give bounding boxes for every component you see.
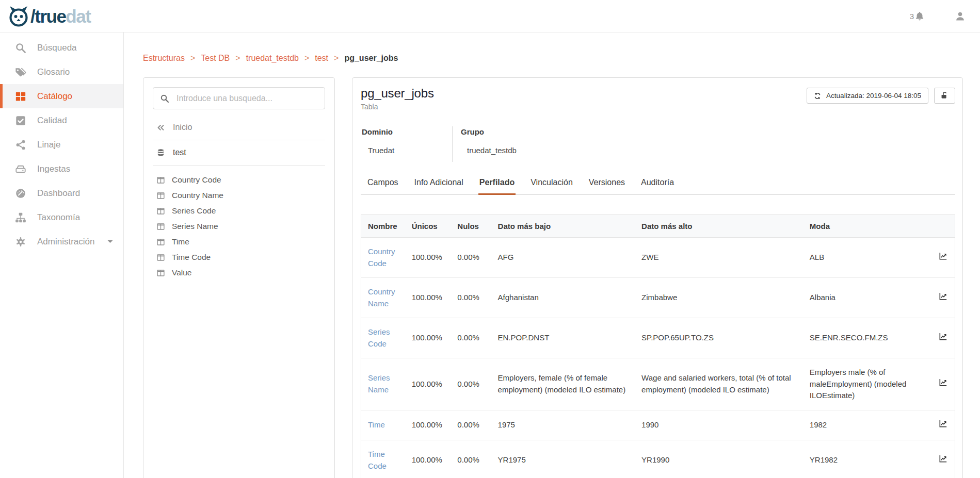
cell-chart bbox=[931, 440, 955, 478]
sidebar-item-taxonomia[interactable]: Taxonomía bbox=[0, 205, 123, 229]
sidebar-item-label: Búsqueda bbox=[37, 43, 77, 53]
structure-type-label: Tabla bbox=[361, 103, 434, 111]
chart-line-icon[interactable] bbox=[938, 291, 948, 301]
sidebar-item-calidad[interactable]: Calidad bbox=[0, 108, 123, 133]
sidebar-item-glosario[interactable]: Glosario bbox=[0, 60, 123, 84]
tab-auditoria[interactable]: Auditoría bbox=[640, 174, 675, 194]
field-link-series-code[interactable]: Series Code bbox=[368, 327, 390, 348]
sidebar-item-label: Glosario bbox=[37, 67, 70, 77]
breadcrumb-link-test-db[interactable]: Test DB bbox=[201, 54, 230, 62]
tree-home-label: Inicio bbox=[173, 123, 192, 132]
cell-uniques: 100.00% bbox=[405, 318, 451, 358]
tab-vinculacion[interactable]: Vinculación bbox=[529, 174, 574, 194]
tree-field-country-code[interactable]: Country Code bbox=[153, 172, 325, 188]
chart-line-icon[interactable] bbox=[938, 377, 948, 387]
cell-nulls: 0.00% bbox=[451, 238, 491, 278]
tree-field-time[interactable]: Time bbox=[153, 234, 325, 250]
drive-icon bbox=[15, 163, 26, 175]
tab-info-adicional[interactable]: Info Adicional bbox=[413, 174, 464, 194]
field-link-series-name[interactable]: Series Name bbox=[368, 373, 390, 394]
cell-highest: ZWE bbox=[635, 238, 803, 278]
field-link-time[interactable]: Time bbox=[368, 420, 385, 429]
cell-name: Time bbox=[361, 410, 405, 440]
cell-highest: 1990 bbox=[635, 410, 803, 440]
breadcrumb-link-estructuras[interactable]: Estructuras bbox=[143, 54, 185, 62]
chart-line-icon[interactable] bbox=[938, 251, 948, 261]
cell-nulls: 0.00% bbox=[451, 358, 491, 410]
cell-uniques: 100.00% bbox=[405, 358, 451, 410]
tree-field-value[interactable]: Value bbox=[153, 265, 325, 281]
columns-icon bbox=[156, 207, 165, 216]
chart-line-icon[interactable] bbox=[938, 419, 948, 428]
tree-field-label: Time bbox=[172, 237, 189, 246]
tree-field-series-code[interactable]: Series Code bbox=[153, 203, 325, 219]
refresh-updated-button[interactable]: Actualizada: 2019-06-04 18:05 bbox=[807, 88, 928, 104]
tree-home-button[interactable]: Inicio bbox=[153, 115, 325, 140]
profile-table-head-row: NombreÚnicosNulosDato más bajoDato más a… bbox=[361, 215, 955, 238]
cell-mode: Employers male (% of maleEmployment) (mo… bbox=[803, 358, 931, 410]
tree-schema-item[interactable]: test bbox=[153, 140, 325, 165]
cell-lowest: Employers, female (% of female employmen… bbox=[491, 358, 635, 410]
cell-name: Time Code bbox=[361, 440, 405, 478]
meta-value: truedat_testdb bbox=[467, 146, 517, 155]
cell-mode: SE.ENR.SECO.FM.ZS bbox=[803, 318, 931, 358]
topbar: /truedat 3 bbox=[0, 0, 980, 32]
user-icon[interactable] bbox=[955, 11, 966, 22]
field-link-country-code[interactable]: Country Code bbox=[368, 247, 395, 268]
breadcrumb-link-test[interactable]: test bbox=[315, 54, 328, 62]
meta-value: Truedat bbox=[368, 146, 452, 155]
chart-line-icon[interactable] bbox=[938, 332, 948, 341]
cell-highest: Zimbabwe bbox=[635, 278, 803, 318]
chart-line-icon[interactable] bbox=[938, 454, 948, 464]
cell-name: Country Name bbox=[361, 278, 405, 318]
table-row: Country Code100.00%0.00%AFGZWEALB bbox=[361, 238, 955, 278]
grid-icon bbox=[15, 91, 26, 102]
gear-icon bbox=[15, 236, 26, 248]
tree-field-time-code[interactable]: Time Code bbox=[153, 250, 325, 265]
breadcrumb-separator: > bbox=[235, 54, 240, 62]
sidebar-item-busqueda[interactable]: Búsqueda bbox=[0, 36, 123, 60]
tree-search-box bbox=[153, 87, 325, 109]
field-link-time-code[interactable]: Time Code bbox=[368, 450, 387, 470]
tab-versiones[interactable]: Versiones bbox=[588, 174, 626, 194]
cell-lowest: YR1975 bbox=[491, 440, 635, 478]
confidentiality-button[interactable] bbox=[934, 88, 955, 104]
sidebar-item-label: Calidad bbox=[37, 116, 67, 126]
cell-uniques: 100.00% bbox=[405, 410, 451, 440]
meta-row: Dominio Truedat Grupo truedat_testdb bbox=[361, 126, 955, 162]
updated-label: Actualizada: 2019-06-04 18:05 bbox=[826, 92, 921, 100]
tabs: CamposInfo AdicionalPerfiladoVinculación… bbox=[361, 174, 955, 195]
columns-icon bbox=[156, 222, 165, 231]
table-row: Series Code100.00%0.00%EN.POP.DNSTSP.POP… bbox=[361, 318, 955, 358]
profile-table: NombreÚnicosNulosDato más bajoDato más a… bbox=[361, 215, 955, 478]
cell-nulls: 0.00% bbox=[451, 278, 491, 318]
tab-perfilado[interactable]: Perfilado bbox=[478, 174, 516, 195]
columns-icon bbox=[156, 253, 165, 262]
tree-field-label: Country Name bbox=[172, 191, 223, 200]
sidebar-item-administracion[interactable]: Administración bbox=[0, 229, 123, 254]
tree-field-series-name[interactable]: Series Name bbox=[153, 219, 325, 234]
field-link-country-name[interactable]: Country Name bbox=[368, 287, 395, 308]
sidebar-item-linaje[interactable]: Linaje bbox=[0, 133, 123, 157]
sidebar-item-catalogo[interactable]: Catálogo bbox=[0, 84, 123, 108]
cell-uniques: 100.00% bbox=[405, 440, 451, 478]
tags-icon bbox=[15, 67, 26, 78]
column-header-dato-mas-bajo: Dato más bajo bbox=[491, 215, 635, 238]
topbar-actions: 3 bbox=[910, 11, 970, 22]
breadcrumb-separator: > bbox=[334, 54, 339, 62]
columns-icon bbox=[156, 269, 165, 277]
tree-field-label: Series Code bbox=[172, 206, 216, 216]
tree-search-input[interactable] bbox=[175, 93, 318, 104]
cell-chart bbox=[931, 278, 955, 318]
notifications-button[interactable]: 3 bbox=[910, 11, 925, 21]
sidebar-item-dashboard[interactable]: Dashboard bbox=[0, 181, 123, 205]
cell-mode: ALB bbox=[803, 238, 931, 278]
cell-uniques: 100.00% bbox=[405, 238, 451, 278]
breadcrumb-link-truedat-testdb[interactable]: truedat_testdb bbox=[246, 54, 299, 62]
meta-label: Dominio bbox=[362, 127, 452, 136]
cell-name: Country Code bbox=[361, 238, 405, 278]
sidebar-item-ingestas[interactable]: Ingestas bbox=[0, 157, 123, 181]
tree-field-country-name[interactable]: Country Name bbox=[153, 188, 325, 203]
cell-highest: SP.POP.65UP.TO.ZS bbox=[635, 318, 803, 358]
tab-campos[interactable]: Campos bbox=[366, 174, 399, 194]
